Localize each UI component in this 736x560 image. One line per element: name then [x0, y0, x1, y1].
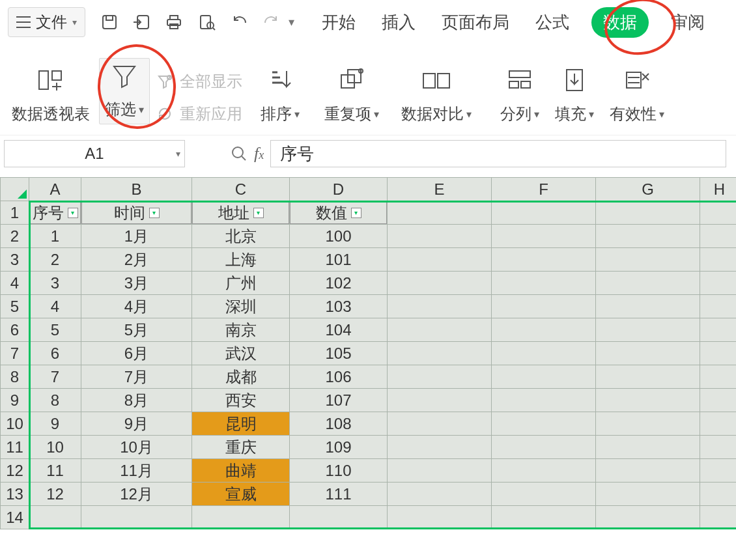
cell[interactable]: 100: [290, 225, 388, 248]
cell[interactable]: [596, 318, 700, 342]
cell[interactable]: [596, 483, 700, 506]
cell[interactable]: [388, 389, 492, 412]
cell[interactable]: 11: [29, 459, 81, 483]
data-compare-button[interactable]: 数据对比▾: [395, 66, 478, 124]
cell[interactable]: 102: [290, 272, 388, 295]
cell[interactable]: [700, 318, 737, 342]
row-header[interactable]: 11: [1, 436, 29, 459]
cell[interactable]: [700, 459, 737, 483]
redo-icon[interactable]: [262, 15, 281, 29]
undo-icon[interactable]: [230, 15, 248, 29]
tab-insert[interactable]: 插入: [378, 7, 419, 38]
cell[interactable]: [596, 389, 700, 412]
cell[interactable]: 6月: [81, 342, 192, 365]
cell[interactable]: [388, 342, 492, 365]
fill-button[interactable]: 填充▾: [548, 66, 601, 124]
cell[interactable]: [492, 436, 596, 459]
cell[interactable]: 103: [290, 295, 388, 318]
print-icon[interactable]: [165, 14, 183, 31]
cell[interactable]: [388, 483, 492, 506]
cell[interactable]: 11月: [81, 459, 192, 483]
cell[interactable]: [388, 225, 492, 248]
filter-header-cell[interactable]: 地址▾: [192, 201, 290, 225]
row-header[interactable]: 12: [1, 459, 29, 483]
cell[interactable]: [492, 506, 596, 529]
cell[interactable]: [700, 201, 737, 225]
filter-dropdown-icon[interactable]: ▾: [149, 208, 160, 218]
grid[interactable]: A B C D E F G H 1序号▾时间▾地址▾数值▾211月北京10032…: [0, 177, 736, 529]
cell[interactable]: 曲靖: [192, 459, 290, 483]
cell[interactable]: [596, 412, 700, 436]
cell[interactable]: [596, 365, 700, 389]
cell[interactable]: [700, 389, 737, 412]
cell[interactable]: [388, 459, 492, 483]
cell[interactable]: [700, 342, 737, 365]
col-header[interactable]: F: [492, 178, 596, 201]
row-header[interactable]: 8: [1, 365, 29, 389]
cell[interactable]: 武汉: [192, 342, 290, 365]
cell[interactable]: [492, 342, 596, 365]
cell[interactable]: 3月: [81, 272, 192, 295]
row-header[interactable]: 14: [1, 506, 29, 529]
tab-data[interactable]: 数据: [591, 7, 649, 38]
col-header[interactable]: C: [192, 178, 290, 201]
cell[interactable]: [700, 365, 737, 389]
cell[interactable]: [492, 272, 596, 295]
cell[interactable]: 12: [29, 483, 81, 506]
cell[interactable]: 2: [29, 248, 81, 272]
cell[interactable]: [596, 295, 700, 318]
file-menu-button[interactable]: 文件 ▾: [8, 7, 85, 37]
cell[interactable]: 南京: [192, 318, 290, 342]
col-header[interactable]: B: [81, 178, 192, 201]
cell[interactable]: [492, 248, 596, 272]
filter-header-cell[interactable]: 序号▾: [29, 201, 81, 225]
filter-button[interactable]: 筛选▾: [99, 58, 150, 124]
tab-formula[interactable]: 公式: [531, 7, 573, 38]
cell[interactable]: [388, 248, 492, 272]
cell[interactable]: [700, 506, 737, 529]
cell[interactable]: [290, 506, 388, 529]
cell[interactable]: [596, 201, 700, 225]
cell[interactable]: 109: [290, 436, 388, 459]
cell[interactable]: [492, 412, 596, 436]
tab-layout[interactable]: 页面布局: [438, 7, 513, 38]
cell[interactable]: 北京: [192, 225, 290, 248]
name-box[interactable]: A1 ▾: [4, 140, 185, 167]
cell[interactable]: 101: [290, 248, 388, 272]
cell[interactable]: [700, 295, 737, 318]
cell[interactable]: [700, 436, 737, 459]
cell[interactable]: [596, 436, 700, 459]
row-header[interactable]: 10: [1, 412, 29, 436]
cell[interactable]: 9: [29, 412, 81, 436]
cell[interactable]: [81, 506, 192, 529]
cell[interactable]: [700, 225, 737, 248]
row-header[interactable]: 7: [1, 342, 29, 365]
cell[interactable]: [388, 272, 492, 295]
row-header[interactable]: 2: [1, 225, 29, 248]
text-to-columns-button[interactable]: 分列▾: [494, 66, 546, 124]
cell[interactable]: 西安: [192, 389, 290, 412]
cell[interactable]: [700, 412, 737, 436]
cell[interactable]: [492, 295, 596, 318]
validation-button[interactable]: 有效性▾: [603, 66, 671, 124]
show-all-button[interactable]: 全部显示: [156, 71, 242, 92]
cell[interactable]: [492, 318, 596, 342]
cell[interactable]: [596, 506, 700, 529]
col-header[interactable]: A: [29, 178, 81, 201]
row-header[interactable]: 3: [1, 248, 29, 272]
zoom-icon[interactable]: [231, 145, 248, 162]
cell[interactable]: 7月: [81, 365, 192, 389]
cell[interactable]: 2月: [81, 248, 192, 272]
cell[interactable]: 重庆: [192, 436, 290, 459]
cell[interactable]: 106: [290, 365, 388, 389]
cell[interactable]: 111: [290, 483, 388, 506]
row-header[interactable]: 5: [1, 295, 29, 318]
filter-dropdown-icon[interactable]: ▾: [253, 208, 264, 218]
cell[interactable]: [596, 225, 700, 248]
cell[interactable]: 上海: [192, 248, 290, 272]
row-header[interactable]: 9: [1, 389, 29, 412]
filter-header-cell[interactable]: 时间▾: [81, 201, 192, 225]
cell[interactable]: 4月: [81, 295, 192, 318]
cell[interactable]: [492, 459, 596, 483]
reapply-button[interactable]: 重新应用: [156, 104, 242, 124]
